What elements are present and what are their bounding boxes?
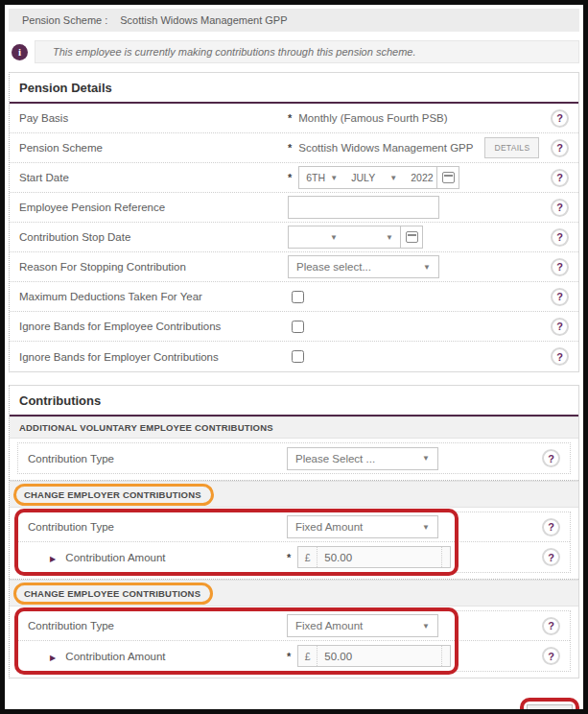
employer-contribution-amount-field[interactable]: £ 50.00 [297, 546, 451, 568]
maximum-deductions-label: Maximum Deductions Taken For Year [19, 291, 288, 302]
pension-scheme-header-bar: Pension Scheme : Scottish Widows Managem… [9, 9, 579, 32]
row-reason-for-stopping: Reason For Stopping Contribution Please … [10, 252, 578, 282]
required-asterisk: * [288, 172, 292, 183]
help-icon[interactable]: ? [542, 449, 560, 467]
pension-scheme-header-label: Pension Scheme : [22, 14, 107, 26]
contribution-stop-date-label: Contribution Stop Date [19, 231, 288, 243]
calendar-icon [442, 172, 455, 183]
start-date-month-select[interactable]: JULY ▼ [344, 167, 404, 188]
ignore-bands-employer-label: Ignore Bands for Employer Contributions [19, 351, 288, 363]
employee-group: Contribution Type Fixed Amount ▼ ? ▶ Con… [17, 610, 571, 672]
reason-for-stopping-label: Reason For Stopping Contribution [19, 261, 288, 273]
avc-section-header: ADDITIONAL VOLUNTARY EMPLOYEE CONTRIBUTI… [10, 416, 578, 439]
help-icon[interactable]: ? [542, 617, 560, 635]
dropdown-arrow-icon: ▼ [330, 174, 338, 182]
employee-contribution-amount-value: 50.00 [318, 646, 441, 666]
info-icon: i [12, 44, 28, 60]
stop-date-calendar-button[interactable] [400, 226, 423, 249]
employer-group: Contribution Type Fixed Amount ▼ ? ▶ Con… [17, 512, 571, 573]
info-banner-message: This employee is currently making contri… [35, 40, 579, 63]
row-ignore-bands-employee: Ignore Bands for Employee Contributions … [10, 312, 578, 342]
start-date-label: Start Date [19, 172, 288, 183]
required-asterisk: * [287, 552, 291, 563]
avc-contribution-type-select[interactable]: Please Select ... ▼ [287, 447, 438, 470]
help-icon[interactable]: ? [551, 288, 569, 306]
dropdown-arrow-icon: ▼ [389, 174, 397, 182]
employee-contribution-amount-field[interactable]: £ 50.00 [297, 645, 451, 667]
help-icon[interactable]: ? [542, 647, 560, 665]
employee-contribution-type-select[interactable]: Fixed Amount ▼ [287, 614, 438, 637]
help-icon[interactable]: ? [551, 228, 569, 247]
contributions-title: Contributions [10, 386, 578, 416]
ignore-bands-employee-checkbox[interactable] [292, 321, 304, 333]
ignore-bands-employer-checkbox[interactable] [292, 350, 304, 363]
help-icon[interactable]: ? [542, 518, 560, 536]
contribution-stop-date-control: ▼ ▼ [288, 226, 423, 249]
pension-details-title: Pension Details [10, 73, 578, 104]
employer-section-header: CHANGE EMPLOYER CONTRIBUTIONS [10, 481, 578, 508]
help-icon[interactable]: ? [551, 169, 569, 187]
dropdown-arrow-icon: ▼ [422, 523, 430, 532]
red-annotation-save: SAVE [520, 698, 579, 709]
calendar-icon [406, 231, 418, 243]
details-button[interactable]: DETAILS [484, 137, 539, 158]
row-start-date: Start Date * 6TH ▼ JULY ▼ 2022 [10, 163, 578, 193]
reason-for-stopping-select[interactable]: Please select... ▼ [288, 255, 439, 278]
footer-actions: SAVE [9, 691, 579, 709]
row-arrow-icon: ▶ [50, 654, 56, 662]
row-avc-contribution-type: Contribution Type Please Select ... ▼ ? [18, 443, 570, 473]
required-asterisk: * [288, 142, 292, 154]
start-date-control: 6TH ▼ JULY ▼ 2022 [298, 166, 459, 189]
start-date-year-value[interactable]: 2022 [404, 167, 436, 188]
orange-annotation-employee: CHANGE EMPLOYEE CONTRIBUTIONS [13, 583, 213, 605]
employer-contribution-amount-label: Contribution Amount [65, 552, 165, 563]
dropdown-arrow-icon: ▼ [422, 622, 430, 631]
content-area: Pension Scheme : Scottish Widows Managem… [5, 5, 583, 709]
avc-group: Contribution Type Please Select ... ▼ ? [17, 442, 571, 474]
row-employee-contribution-amount: ▶ Contribution Amount * £ 50.00 ? [18, 641, 570, 671]
info-banner: i This employee is currently making cont… [9, 40, 579, 63]
employee-pension-reference-input[interactable] [288, 196, 439, 219]
help-icon[interactable]: ? [551, 199, 569, 217]
employee-contribution-amount-label: Contribution Amount [65, 651, 165, 662]
pension-scheme-value: Scottish Widows Management GPP [298, 142, 473, 154]
help-icon[interactable]: ? [551, 139, 569, 157]
dropdown-arrow-icon: ▼ [330, 233, 338, 242]
row-employee-contribution-type: Contribution Type Fixed Amount ▼ ? [18, 611, 570, 641]
dropdown-arrow-icon: ▼ [386, 233, 393, 242]
maximum-deductions-checkbox[interactable] [292, 291, 304, 303]
row-employer-contribution-amount: ▶ Contribution Amount * £ 50.00 ? [18, 542, 570, 572]
required-asterisk: * [287, 651, 291, 662]
employer-contribution-type-select[interactable]: Fixed Amount ▼ [287, 515, 438, 538]
stop-date-day-select[interactable]: ▼ [289, 226, 344, 248]
dropdown-arrow-icon: ▼ [423, 263, 431, 272]
start-date-calendar-button[interactable] [436, 166, 459, 189]
help-icon[interactable]: ? [542, 548, 560, 566]
pension-details-panel: Pension Details Pay Basis * Monthly (Fam… [9, 72, 579, 372]
row-ignore-bands-employer: Ignore Bands for Employer Contributions … [10, 342, 578, 371]
help-icon[interactable]: ? [551, 347, 569, 366]
stop-date-month-select[interactable]: ▼ [344, 226, 400, 248]
help-icon[interactable]: ? [551, 258, 569, 276]
avc-contribution-type-label: Contribution Type [28, 453, 287, 464]
help-icon[interactable]: ? [551, 318, 569, 336]
pay-basis-label: Pay Basis [19, 112, 288, 124]
ignore-bands-employee-label: Ignore Bands for Employee Contributions [19, 321, 288, 332]
pension-scheme-label: Pension Scheme [19, 142, 288, 154]
row-arrow-icon: ▶ [50, 555, 56, 563]
amount-spinner[interactable] [441, 547, 450, 567]
start-date-day-select[interactable]: 6TH ▼ [299, 167, 344, 188]
save-button[interactable]: SAVE [527, 704, 573, 709]
row-employer-contribution-type: Contribution Type Fixed Amount ▼ ? [18, 512, 570, 542]
screenshot-frame: Pension Scheme : Scottish Widows Managem… [0, 0, 588, 714]
employer-contribution-amount-value: 50.00 [318, 547, 441, 567]
contributions-panel: Contributions ADDITIONAL VOLUNTARY EMPLO… [9, 385, 579, 678]
employee-section-header: CHANGE EMPLOYEE CONTRIBUTIONS [10, 580, 578, 607]
row-maximum-deductions: Maximum Deductions Taken For Year ? [10, 282, 578, 312]
currency-symbol: £ [298, 646, 318, 666]
employee-pension-reference-label: Employee Pension Reference [19, 202, 288, 213]
row-contribution-stop-date: Contribution Stop Date ▼ ▼ [10, 223, 578, 252]
currency-symbol: £ [298, 547, 318, 567]
help-icon[interactable]: ? [551, 109, 569, 128]
amount-spinner[interactable] [441, 646, 450, 666]
